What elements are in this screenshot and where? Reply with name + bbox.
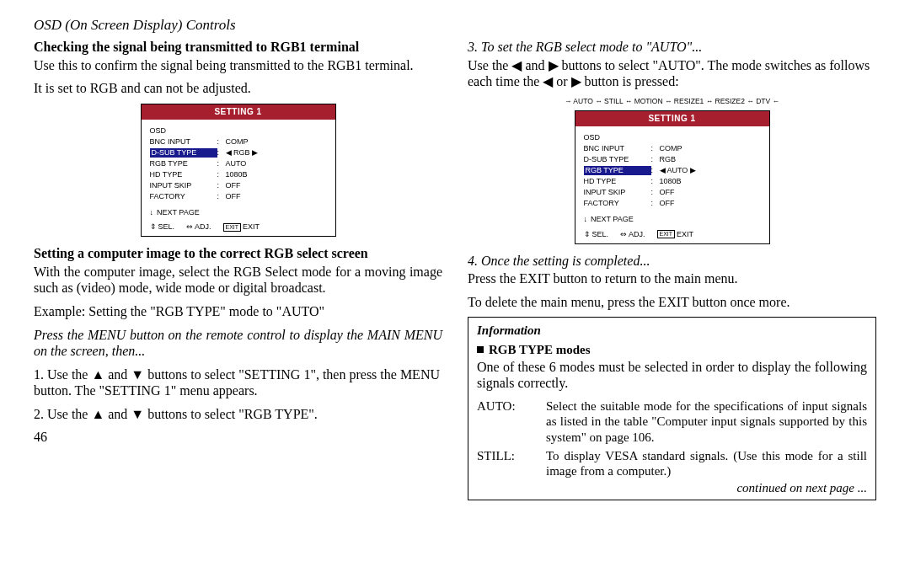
info-subheading: RGB TYPE modes: [477, 342, 867, 357]
osd-foot-adj: ADJ.: [629, 230, 645, 239]
paragraph: 1. Use the ▲ and ▼ buttons to select "SE…: [34, 366, 442, 399]
osd-row: FACTORY:OFF: [150, 192, 327, 201]
osd-row: RGB TYPE:◀ AUTO ▶: [584, 166, 761, 175]
osd-row: FACTORY:OFF: [584, 199, 761, 208]
section-title: Checking the signal being transmitted to…: [34, 39, 442, 56]
osd-title: SETTING 1: [142, 104, 335, 120]
left-column: Checking the signal being transmitted to…: [34, 39, 442, 571]
osd-foot-sel: SEL.: [592, 230, 609, 239]
paragraph: To delete the main menu, press the EXIT …: [468, 294, 876, 311]
section-title: 3. To set the RGB select mode to "AUTO".…: [468, 39, 876, 56]
osd-next: NEXT PAGE: [157, 208, 200, 217]
osd-row: INPUT SKIP:OFF: [584, 188, 761, 197]
osd-row: RGB TYPE:AUTO: [150, 159, 327, 168]
osd-row: D-SUB TYPE:◀ RGB ▶: [150, 148, 327, 158]
bullet-icon: [477, 346, 484, 353]
page-header: OSD (On Screen Display) Controls: [34, 17, 876, 34]
leftright-icon: ⇔: [186, 222, 193, 232]
info-heading: Information: [477, 323, 867, 338]
osd-row: D-SUB TYPE:RGB: [584, 155, 761, 164]
osd-row: BNC INPUT:COMP: [584, 144, 761, 153]
paragraph: It is set to RGB and can not be adjusted…: [34, 80, 442, 97]
mode-cycle: → AUTO ↔ STILL ↔ MOTION ↔ RESIZE1 ↔ RESI…: [468, 97, 876, 105]
information-box: Information RGB TYPE modes One of these …: [468, 317, 876, 500]
section-title: Setting a computer image to the correct …: [34, 245, 442, 262]
down-arrow-icon: ↓: [584, 215, 588, 224]
osd-panel: SETTING 1 OSDBNC INPUT:COMPD-SUB TYPE:◀ …: [141, 104, 336, 238]
exit-icon: EXIT: [223, 223, 242, 232]
osd-title: SETTING 1: [575, 111, 769, 126]
paragraph: 2. Use the ▲ and ▼ buttons to select "RG…: [34, 406, 442, 423]
info-intro: One of these 6 modes must be selected in…: [477, 359, 867, 392]
paragraph: With the computer image, select the RGB …: [34, 264, 442, 297]
osd-row: HD TYPE:1080B: [584, 177, 761, 186]
paragraph: Example: Setting the "RGB TYPE" mode to …: [34, 303, 442, 320]
osd-row: OSD: [584, 133, 761, 142]
section-title: 4. Once the setting is completed...: [468, 253, 876, 270]
paragraph: Use this to confirm the signal being tra…: [34, 57, 442, 74]
osd-foot-adj: ADJ.: [195, 222, 211, 232]
paragraph: Use the ◀ and ▶ buttons to select "AUTO"…: [468, 57, 876, 90]
info-mode-desc: Select the suitable mode for the specifi…: [546, 398, 867, 445]
osd-panel: SETTING 1 OSDBNC INPUT:COMPD-SUB TYPE:RG…: [575, 110, 770, 244]
exit-icon: EXIT: [657, 230, 676, 238]
osd-foot-exit: EXIT: [243, 222, 260, 232]
osd-next: NEXT PAGE: [591, 215, 634, 224]
right-column: 3. To set the RGB select mode to "AUTO".…: [468, 39, 876, 571]
info-mode-key: AUTO:: [477, 398, 536, 445]
osd-row: OSD: [150, 126, 327, 136]
info-mode-desc: To display VESA standard signals. (Use t…: [546, 448, 867, 479]
leftright-icon: ⇔: [620, 230, 627, 239]
osd-foot-sel: SEL.: [158, 222, 175, 232]
down-arrow-icon: ↓: [150, 208, 154, 217]
paragraph: Press the MENU button on the remote cont…: [34, 327, 442, 360]
osd-row: HD TYPE:1080B: [150, 170, 327, 179]
osd-row: INPUT SKIP:OFF: [150, 181, 327, 190]
page-number: 46: [34, 429, 442, 446]
info-continued: continued on next page ...: [477, 480, 867, 495]
paragraph: Press the EXIT button to return to the m…: [468, 270, 876, 287]
info-mode-key: STILL:: [477, 448, 536, 479]
osd-row: BNC INPUT:COMP: [150, 137, 327, 147]
osd-foot-exit: EXIT: [677, 230, 693, 239]
updown-icon: ⇕: [150, 222, 157, 232]
updown-icon: ⇕: [584, 230, 591, 239]
